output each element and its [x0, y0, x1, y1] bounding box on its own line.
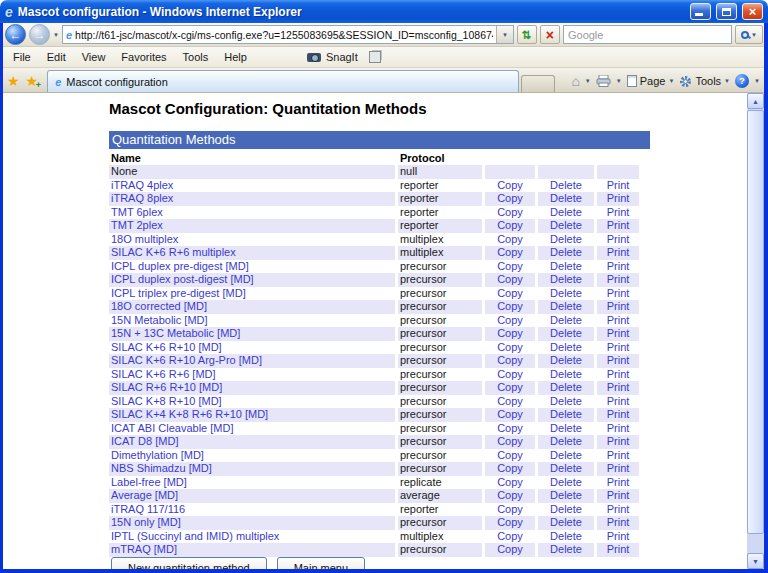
method-link[interactable]: TMT 6plex: [111, 206, 163, 218]
copy-link[interactable]: Copy: [497, 516, 523, 528]
print-link[interactable]: Print: [607, 476, 630, 488]
help-button[interactable]: ?: [735, 74, 749, 88]
print-link[interactable]: Print: [607, 503, 630, 515]
print-link[interactable]: Print: [607, 381, 630, 393]
copy-link[interactable]: Copy: [497, 327, 523, 339]
print-link[interactable]: Print: [607, 422, 630, 434]
copy-link[interactable]: Copy: [497, 192, 523, 204]
print-link[interactable]: Print: [607, 395, 630, 407]
delete-link[interactable]: Delete: [550, 246, 582, 258]
home-dropdown-icon[interactable]: ▼: [585, 78, 591, 84]
delete-link[interactable]: Delete: [550, 476, 582, 488]
print-link[interactable]: Print: [607, 246, 630, 258]
print-button[interactable]: [596, 75, 611, 87]
copy-link[interactable]: Copy: [497, 435, 523, 447]
delete-link[interactable]: Delete: [550, 233, 582, 245]
method-link[interactable]: Average [MD]: [111, 489, 178, 501]
copy-link[interactable]: Copy: [497, 503, 523, 515]
menu-tools[interactable]: Tools: [175, 48, 217, 66]
print-link[interactable]: Print: [607, 354, 630, 366]
delete-link[interactable]: Delete: [550, 543, 582, 555]
copy-link[interactable]: Copy: [497, 246, 523, 258]
refresh-button[interactable]: ⇄: [517, 25, 537, 44]
print-link[interactable]: Print: [607, 327, 630, 339]
copy-link[interactable]: Copy: [497, 314, 523, 326]
method-link[interactable]: ICPL duplex pre-digest [MD]: [111, 260, 249, 272]
new-quantitation-method-button[interactable]: New quantitation method: [111, 557, 267, 569]
copy-link[interactable]: Copy: [497, 354, 523, 366]
copy-link[interactable]: Copy: [497, 449, 523, 461]
tools-menu-button[interactable]: Tools ▼: [679, 75, 730, 88]
delete-link[interactable]: Delete: [550, 206, 582, 218]
print-link[interactable]: Print: [607, 489, 630, 501]
method-link[interactable]: TMT 2plex: [111, 219, 163, 231]
print-link[interactable]: Print: [607, 530, 630, 542]
method-link[interactable]: 15N only [MD]: [111, 516, 181, 528]
new-tab-button[interactable]: [521, 75, 555, 92]
tab-mascot-configuration[interactable]: e Mascot configuration: [47, 70, 519, 92]
close-button[interactable]: ×: [742, 3, 763, 20]
copy-link[interactable]: Copy: [497, 179, 523, 191]
copy-link[interactable]: Copy: [497, 273, 523, 285]
copy-link[interactable]: Copy: [497, 219, 523, 231]
method-link[interactable]: ICAT ABI Cleavable [MD]: [111, 422, 233, 434]
copy-link[interactable]: Copy: [497, 530, 523, 542]
print-link[interactable]: Print: [607, 408, 630, 420]
minimize-button[interactable]: [690, 3, 711, 20]
method-link[interactable]: iTRAQ 8plex: [111, 192, 173, 204]
delete-link[interactable]: Delete: [550, 516, 582, 528]
delete-link[interactable]: Delete: [550, 341, 582, 353]
copy-link[interactable]: Copy: [497, 287, 523, 299]
delete-link[interactable]: Delete: [550, 489, 582, 501]
delete-link[interactable]: Delete: [550, 179, 582, 191]
delete-link[interactable]: Delete: [550, 503, 582, 515]
stop-button[interactable]: ×: [540, 25, 560, 44]
method-link[interactable]: Label-free [MD]: [111, 476, 187, 488]
print-link[interactable]: Print: [607, 260, 630, 272]
delete-link[interactable]: Delete: [550, 462, 582, 474]
method-link[interactable]: SILAC K+6 R+10 Arg-Pro [MD]: [111, 354, 262, 366]
delete-link[interactable]: Delete: [550, 435, 582, 447]
delete-link[interactable]: Delete: [550, 327, 582, 339]
menu-view[interactable]: View: [74, 48, 114, 66]
print-link[interactable]: Print: [607, 368, 630, 380]
method-link[interactable]: SILAC K+8 R+10 [MD]: [111, 395, 222, 407]
menu-file[interactable]: File: [5, 48, 39, 66]
favorites-center-button[interactable]: ★: [7, 73, 20, 89]
print-link[interactable]: Print: [607, 435, 630, 447]
delete-link[interactable]: Delete: [550, 395, 582, 407]
menu-help[interactable]: Help: [216, 48, 255, 66]
copy-link[interactable]: Copy: [497, 476, 523, 488]
copy-link[interactable]: Copy: [497, 381, 523, 393]
method-link[interactable]: ICAT D8 [MD]: [111, 435, 178, 447]
delete-link[interactable]: Delete: [550, 273, 582, 285]
copy-link[interactable]: Copy: [497, 489, 523, 501]
copy-link[interactable]: Copy: [497, 422, 523, 434]
print-link[interactable]: Print: [607, 192, 630, 204]
method-link[interactable]: IPTL (Succinyl and IMID) multiplex: [111, 530, 279, 542]
delete-link[interactable]: Delete: [550, 368, 582, 380]
method-link[interactable]: iTRAQ 4plex: [111, 179, 173, 191]
menu-edit[interactable]: Edit: [39, 48, 74, 66]
add-favorite-button[interactable]: ★+: [26, 73, 39, 89]
delete-link[interactable]: Delete: [550, 381, 582, 393]
scrollbar-down-button[interactable]: ▼: [747, 553, 764, 569]
address-field[interactable]: e ▼: [62, 25, 514, 44]
copy-link[interactable]: Copy: [497, 341, 523, 353]
copy-link[interactable]: Copy: [497, 408, 523, 420]
print-link[interactable]: Print: [607, 449, 630, 461]
forward-button[interactable]: →: [29, 24, 50, 45]
method-link[interactable]: NBS Shimadzu [MD]: [111, 462, 212, 474]
address-dropdown-button[interactable]: ▼: [496, 26, 513, 43]
main-menu-button[interactable]: Main menu: [277, 557, 365, 569]
url-input[interactable]: [75, 27, 493, 42]
delete-link[interactable]: Delete: [550, 408, 582, 420]
print-link[interactable]: Print: [607, 273, 630, 285]
back-button[interactable]: ←: [5, 24, 26, 45]
menu-favorites[interactable]: Favorites: [113, 48, 174, 66]
delete-link[interactable]: Delete: [550, 354, 582, 366]
snagit-button[interactable]: SnagIt: [326, 51, 358, 63]
search-input[interactable]: [568, 29, 727, 41]
method-link[interactable]: iTRAQ 117/116: [111, 503, 185, 515]
delete-link[interactable]: Delete: [550, 314, 582, 326]
